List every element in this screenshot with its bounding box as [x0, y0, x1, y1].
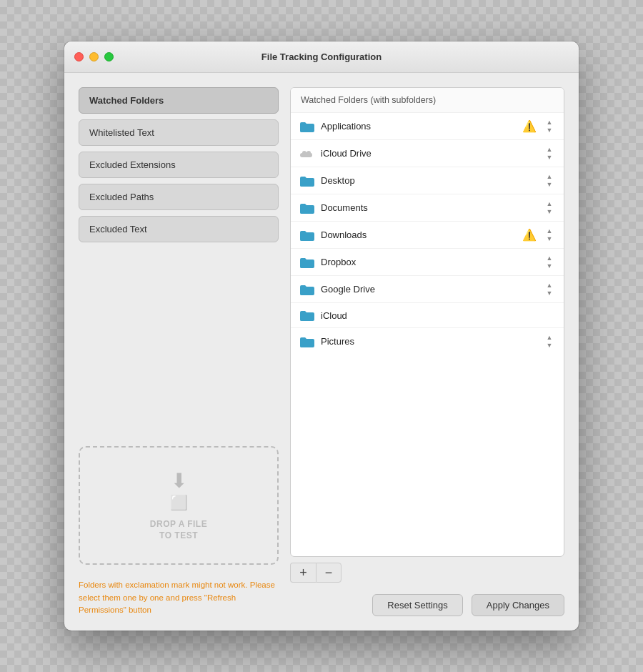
- list-item[interactable]: Desktop ▲ ▼: [291, 167, 564, 194]
- right-panel: Watched Folders (with subfolders) Applic…: [290, 87, 564, 616]
- folder-name: iCloud Drive: [321, 148, 538, 159]
- stepper-down[interactable]: ▼: [544, 181, 555, 188]
- stepper-down[interactable]: ▼: [544, 262, 555, 270]
- folder-name: iCloud: [321, 310, 555, 321]
- folder-list: Applications ⚠️ ▲ ▼ iCloud Drive ▲ ▼: [291, 113, 564, 355]
- action-buttons: Reset Settings Apply Changes: [290, 594, 564, 616]
- stepper-down[interactable]: ▼: [544, 127, 555, 134]
- folder-list-header: Watched Folders (with subfolders): [291, 88, 564, 113]
- stepper-up[interactable]: ▲: [544, 173, 555, 180]
- folder-toolbar: + −: [290, 563, 564, 583]
- nav-button-whitelisted-text[interactable]: Whitelisted Text: [79, 119, 279, 146]
- list-item[interactable]: Downloads ⚠️ ▲ ▼: [291, 222, 564, 249]
- remove-folder-button[interactable]: −: [316, 563, 342, 583]
- list-item[interactable]: iCloud: [291, 303, 564, 328]
- nav-button-watched-folders[interactable]: Watched Folders: [79, 87, 279, 114]
- stepper-down[interactable]: ▼: [544, 235, 555, 242]
- stepper-up[interactable]: ▲: [544, 119, 555, 126]
- stepper[interactable]: ▲ ▼: [544, 200, 555, 215]
- add-folder-button[interactable]: +: [290, 563, 316, 583]
- folder-icon: [299, 174, 315, 187]
- stepper-down[interactable]: ▼: [544, 290, 555, 297]
- stepper-down[interactable]: ▼: [544, 208, 555, 215]
- folder-name: Documents: [321, 202, 538, 213]
- folder-name: Downloads: [321, 229, 517, 240]
- list-item[interactable]: Dropbox ▲ ▼: [291, 249, 564, 276]
- main-window: File Tracking Configuration Watched Fold…: [64, 41, 579, 631]
- stepper-up[interactable]: ▲: [544, 200, 555, 207]
- drop-zone-text: DROP A FILE TO TEST: [150, 518, 207, 543]
- close-button[interactable]: [74, 52, 84, 61]
- drop-zone-icon: ⬇ ⬜: [170, 469, 188, 511]
- nav-button-excluded-extensions[interactable]: Excluded Extensions: [79, 152, 279, 178]
- stepper-down[interactable]: ▼: [544, 342, 555, 349]
- main-content: Watched FoldersWhitelisted TextExcluded …: [64, 73, 579, 631]
- folder-icon: [299, 309, 315, 322]
- warning-icon: ⚠️: [522, 119, 537, 133]
- list-item[interactable]: Google Drive ▲ ▼: [291, 276, 564, 303]
- folder-name: Google Drive: [321, 284, 538, 295]
- drop-zone[interactable]: ⬇ ⬜ DROP A FILE TO TEST: [79, 446, 279, 565]
- folder-icon: [299, 283, 315, 296]
- list-item[interactable]: Pictures ▲ ▼: [291, 328, 564, 355]
- window-title: File Tracking Configuration: [261, 51, 382, 62]
- titlebar: File Tracking Configuration: [64, 41, 579, 73]
- stepper[interactable]: ▲ ▼: [544, 334, 555, 349]
- folder-list-container: Watched Folders (with subfolders) Applic…: [290, 87, 564, 557]
- stepper-up[interactable]: ▲: [544, 227, 555, 234]
- nav-button-excluded-paths[interactable]: Excluded Paths: [79, 184, 279, 210]
- drop-box-icon: ⬜: [170, 494, 188, 511]
- stepper[interactable]: ▲ ▼: [544, 173, 555, 188]
- folder-name: Desktop: [321, 175, 538, 186]
- list-item[interactable]: Documents ▲ ▼: [291, 194, 564, 222]
- stepper-up[interactable]: ▲: [544, 255, 555, 262]
- stepper-up[interactable]: ▲: [544, 334, 555, 341]
- folder-name: Dropbox: [321, 257, 538, 267]
- stepper-up[interactable]: ▲: [544, 282, 555, 289]
- apply-changes-button[interactable]: Apply Changes: [472, 594, 564, 616]
- minimize-button[interactable]: [89, 52, 99, 61]
- warning-icon: ⚠️: [522, 228, 537, 242]
- maximize-button[interactable]: [104, 52, 114, 61]
- folder-icon: [299, 256, 315, 269]
- folder-name: Applications: [321, 121, 517, 132]
- stepper[interactable]: ▲ ▼: [544, 282, 555, 297]
- list-item[interactable]: Applications ⚠️ ▲ ▼: [291, 113, 564, 140]
- stepper-down[interactable]: ▼: [544, 154, 555, 161]
- folder-icon: [299, 229, 315, 242]
- folder-icon: [299, 147, 315, 160]
- nav-buttons: Watched FoldersWhitelisted TextExcluded …: [79, 87, 279, 242]
- folder-icon: [299, 335, 315, 348]
- warning-message: Folders with exclamation mark might not …: [79, 579, 279, 616]
- nav-button-excluded-text[interactable]: Excluded Text: [79, 216, 279, 242]
- drop-arrow-icon: ⬇: [171, 469, 187, 493]
- traffic-lights: [74, 52, 114, 61]
- stepper[interactable]: ▲ ▼: [544, 227, 555, 242]
- folder-name: Pictures: [321, 336, 538, 347]
- folder-icon: [299, 202, 315, 214]
- stepper[interactable]: ▲ ▼: [544, 119, 555, 134]
- stepper-up[interactable]: ▲: [544, 146, 555, 153]
- reset-settings-button[interactable]: Reset Settings: [372, 594, 463, 616]
- left-panel: Watched FoldersWhitelisted TextExcluded …: [79, 87, 279, 616]
- list-item[interactable]: iCloud Drive ▲ ▼: [291, 140, 564, 167]
- stepper[interactable]: ▲ ▼: [544, 255, 555, 270]
- folder-icon: [299, 120, 315, 133]
- stepper[interactable]: ▲ ▼: [544, 146, 555, 161]
